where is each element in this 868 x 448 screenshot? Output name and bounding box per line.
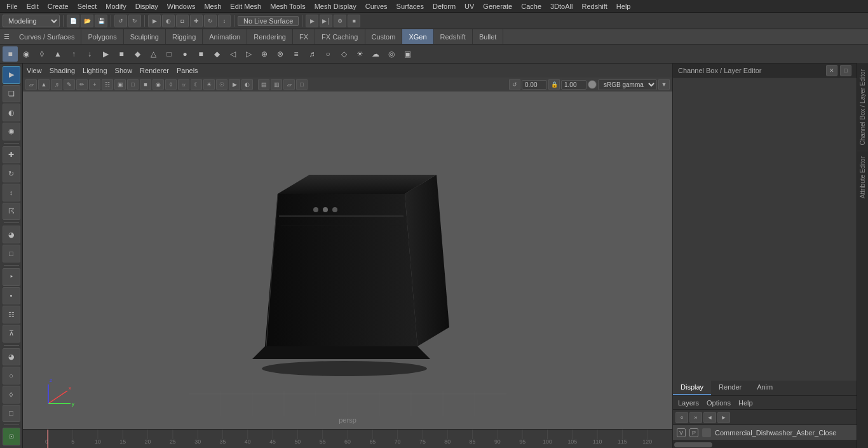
tabs-pin[interactable]: ☰	[0, 31, 13, 43]
tab-rendering[interactable]: Rendering	[247, 29, 293, 44]
xgen-icon14[interactable]: ◆	[209, 46, 224, 62]
tab-animation[interactable]: Animation	[203, 29, 247, 44]
menu-curves[interactable]: Curves	[362, 2, 391, 11]
no-live-surface-btn[interactable]: No Live Surface	[238, 16, 299, 26]
save-file-btn[interactable]: 💾	[95, 15, 107, 27]
tab-curves-surfaces[interactable]: Curves / Surfaces	[13, 29, 81, 44]
layers-help[interactable]: Help	[738, 399, 753, 407]
vp-texture-btn[interactable]: ◊	[165, 79, 177, 90]
vp-rotate-left-btn[interactable]: ↺	[509, 79, 520, 90]
template-btn[interactable]: ○	[3, 367, 20, 384]
curve-snap-btn[interactable]: ⊼	[3, 325, 20, 343]
xgen-icon16[interactable]: ▷	[241, 46, 256, 62]
menu-mesh-tools[interactable]: Mesh Tools	[266, 2, 309, 11]
vp-shadow-btn[interactable]: ☾	[191, 79, 202, 90]
xgen-icon19[interactable]: ≡	[288, 46, 304, 62]
xgen-icon17[interactable]: ⊕	[257, 46, 272, 62]
vp-film-btn[interactable]: ▲	[38, 79, 50, 90]
xgen-icon2[interactable]: ◉	[18, 46, 34, 62]
viewport-menu-lighting[interactable]: Lighting	[83, 67, 107, 74]
xgen-icon10[interactable]: △	[146, 46, 161, 62]
layers-label[interactable]: Layers	[678, 399, 699, 407]
vp-expand-btn[interactable]: ▼	[658, 79, 670, 90]
xgen-icon8[interactable]: ■	[114, 46, 129, 62]
vp-audio-btn[interactable]: ♬	[51, 79, 62, 90]
viewport-3d[interactable]: View Shading Lighting Show Renderer Pane…	[23, 64, 672, 429]
workspace-selector[interactable]: Modeling	[3, 15, 60, 27]
lasso-select-btn[interactable]: ◐	[3, 104, 20, 121]
menu-redshift[interactable]: Redshift	[578, 2, 611, 11]
xgen-icon18[interactable]: ⊗	[273, 46, 288, 62]
xgen-icon15[interactable]: ◁	[225, 46, 240, 62]
tab-sculpting[interactable]: Sculpting	[124, 29, 166, 44]
render-view-btn[interactable]: ■	[348, 15, 360, 27]
menu-surfaces[interactable]: Surfaces	[393, 2, 428, 11]
rp-tab-display[interactable]: Display	[673, 381, 711, 395]
layer-step-fwd[interactable]: ►	[717, 412, 730, 423]
vp-render-btn[interactable]: ▶	[229, 79, 240, 90]
viewport-menu-renderer[interactable]: Renderer	[140, 67, 169, 74]
menu-help[interactable]: Help	[613, 2, 635, 11]
tab-xgen[interactable]: XGen	[402, 29, 433, 44]
select-tool-btn[interactable]: ▶	[148, 15, 161, 27]
vp-xray-btn[interactable]: ☀	[203, 79, 215, 90]
tab-redshift[interactable]: Redshift	[434, 29, 473, 44]
redo-btn[interactable]: ↻	[128, 15, 141, 27]
vp-screen-btn[interactable]: ◐	[241, 79, 253, 90]
menu-generate[interactable]: Generate	[479, 2, 516, 11]
menu-cache[interactable]: Cache	[517, 2, 545, 11]
soft-mod-btn[interactable]: ◕	[3, 226, 20, 243]
menu-mesh-display[interactable]: Mesh Display	[311, 2, 360, 11]
ipr-btn[interactable]: ▶│	[320, 15, 332, 27]
tab-rigging[interactable]: Rigging	[166, 29, 203, 44]
vp-grid-btn[interactable]: ☷	[102, 79, 113, 90]
xgen-icon22[interactable]: ◇	[336, 46, 351, 62]
show-hide-btn[interactable]: ◕	[3, 348, 20, 366]
select-btn[interactable]: ▶	[3, 66, 20, 84]
tab-custom[interactable]: Custom	[365, 29, 403, 44]
rotate-tool-btn[interactable]: ↻	[3, 165, 20, 182]
xgen-icon6[interactable]: ↓	[82, 46, 97, 62]
menu-select[interactable]: Select	[74, 2, 101, 11]
vp-pencil-btn[interactable]: ✏	[76, 79, 88, 90]
menu-uv[interactable]: UV	[461, 2, 478, 11]
xgen-icon21[interactable]: ○	[320, 46, 336, 62]
vp-snap-btn[interactable]: ▤	[258, 79, 269, 90]
xgen-icon23[interactable]: ☀	[352, 46, 367, 62]
vert-tab-attribute-editor[interactable]: Attribute Editor	[857, 151, 868, 203]
xgen-icon3[interactable]: ◊	[34, 46, 50, 62]
timeline-track[interactable]: 0 5 10 15 20 25 30 35 40	[23, 430, 672, 448]
menu-edit[interactable]: Edit	[23, 2, 43, 11]
vp-rotation-field[interactable]	[522, 80, 547, 90]
rotate-btn[interactable]: ↻	[204, 15, 217, 27]
tab-polygons[interactable]: Polygons	[81, 29, 123, 44]
xgen-icon9[interactable]: ◆	[130, 46, 145, 62]
xgen-icon26[interactable]: ▣	[400, 46, 415, 62]
vp-color-btn[interactable]	[588, 80, 597, 89]
vp-snap2-btn[interactable]: ▥	[271, 79, 282, 90]
vp-smooth-btn[interactable]: ◉	[153, 79, 164, 90]
layer-add-front[interactable]: »	[689, 412, 702, 423]
vp-scale-field[interactable]	[561, 80, 587, 90]
layer-color[interactable]	[702, 428, 711, 437]
xgen-icon1[interactable]: ■	[3, 46, 18, 62]
viewport-menu-shading[interactable]: Shading	[50, 67, 75, 74]
xgen-icon13[interactable]: ■	[193, 46, 208, 62]
layer-row[interactable]: V P Commercial_Dishwasher_Asber_Close	[673, 425, 857, 440]
layer-playback[interactable]: P	[689, 428, 698, 437]
scale-tool-btn[interactable]: ↕	[3, 184, 20, 201]
viewport-menu-panels[interactable]: Panels	[177, 67, 198, 74]
vp-cam-btn[interactable]: ▱	[25, 79, 37, 90]
snap-btn[interactable]: ‣	[3, 268, 20, 286]
xgen-leaf-btn[interactable]: ☉	[3, 428, 20, 445]
lasso-btn[interactable]: ◐	[162, 15, 175, 27]
menu-deform[interactable]: Deform	[429, 2, 459, 11]
vp-info-btn[interactable]: ✎	[64, 79, 75, 90]
vp-plus-btn[interactable]: +	[89, 79, 100, 90]
right-panel-scrollbar[interactable]	[673, 440, 857, 448]
scale-btn[interactable]: ↕	[218, 15, 231, 27]
paint-btn[interactable]: ◘	[176, 15, 189, 27]
vp-lock-btn[interactable]: 🔒	[548, 79, 560, 90]
menu-edit-mesh[interactable]: Edit Mesh	[226, 2, 265, 11]
xgen-icon11[interactable]: □	[161, 46, 177, 62]
